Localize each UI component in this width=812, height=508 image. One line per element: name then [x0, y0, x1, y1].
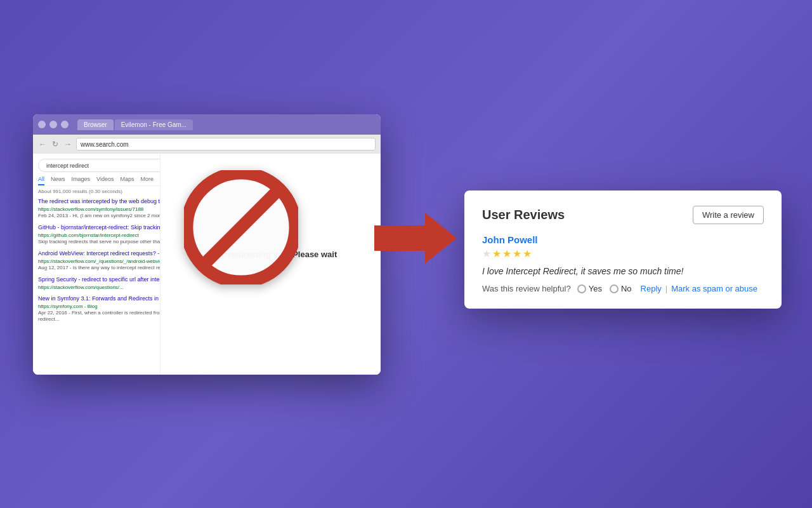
- helpful-row: Was this review helpful? Yes No Reply | …: [482, 284, 764, 293]
- close-dot[interactable]: [38, 121, 46, 128]
- browser-tab-active[interactable]: Browser: [77, 119, 114, 130]
- no-radio[interactable]: No: [610, 284, 632, 293]
- yes-radio[interactable]: Yes: [577, 284, 602, 293]
- no-sign: [184, 170, 298, 284]
- browser-navbar: ← ↻ → www.search.com: [33, 135, 381, 154]
- no-radio-circle: [610, 284, 619, 293]
- review-text: I love Intercept Redirect, it saves me s…: [482, 266, 764, 276]
- browser-tabs: Browser Evilemon - Free Gam...: [77, 119, 376, 130]
- address-bar[interactable]: www.search.com: [76, 138, 376, 150]
- right-arrow-svg: [374, 210, 457, 267]
- star-5: ★: [523, 248, 532, 260]
- tab-videos[interactable]: Videos: [96, 176, 114, 185]
- radio-group: Yes No: [577, 284, 632, 293]
- maximize-dot[interactable]: [61, 121, 69, 128]
- reviewer-name: John Powell: [482, 234, 764, 245]
- review-card-title: User Reviews: [482, 208, 565, 222]
- browser-tab-evilemon[interactable]: Evilemon - Free Gam...: [115, 119, 193, 130]
- forward-button[interactable]: →: [63, 140, 72, 149]
- tab-news[interactable]: News: [51, 176, 65, 185]
- tab-maps[interactable]: Maps: [120, 176, 134, 185]
- star-3: ★: [502, 248, 511, 260]
- review-header: User Reviews Write a review: [482, 206, 764, 224]
- write-review-button[interactable]: Write a review: [693, 206, 764, 224]
- svg-marker-3: [374, 213, 457, 264]
- back-button[interactable]: ←: [38, 140, 47, 149]
- refresh-button[interactable]: ↻: [51, 140, 60, 149]
- tab-images[interactable]: Images: [72, 176, 91, 185]
- separator: |: [665, 284, 667, 293]
- browser-titlebar: Browser Evilemon - Free Gam...: [33, 114, 381, 135]
- review-actions: Reply | Mark as spam or abuse: [641, 284, 757, 293]
- no-sign-svg: [184, 170, 298, 284]
- minimize-dot[interactable]: [49, 121, 57, 128]
- tab-all[interactable]: All: [38, 176, 44, 185]
- helpful-question: Was this review helpful?: [482, 284, 571, 293]
- yes-label: Yes: [589, 284, 602, 293]
- yes-radio-circle: [577, 284, 586, 293]
- spam-link[interactable]: Mark as spam or abuse: [671, 284, 757, 293]
- star-rating: ★ ★ ★ ★ ★: [482, 248, 764, 260]
- reply-link[interactable]: Reply: [641, 284, 662, 293]
- tab-more[interactable]: More: [140, 176, 154, 185]
- star-4: ★: [513, 248, 521, 260]
- star-1: ★: [482, 248, 491, 260]
- arrow-container: [374, 210, 457, 269]
- star-2: ★: [492, 248, 501, 260]
- no-label: No: [621, 284, 632, 293]
- review-card: User Reviews Write a review John Powell …: [464, 190, 782, 309]
